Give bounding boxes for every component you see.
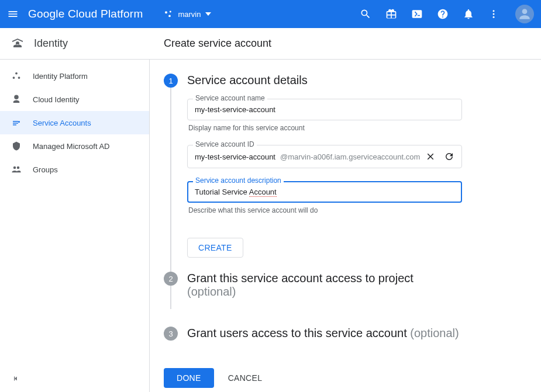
help-icon <box>437 8 449 20</box>
project-name: marvin <box>178 10 201 19</box>
header-left: Google Cloud Platform marvin <box>7 8 211 20</box>
id-suffix: @marvin-a006f.iam.gserviceaccount.com <box>280 152 420 161</box>
id-value: my-test-service-account <box>195 152 275 161</box>
chevron-left-icon <box>12 374 20 383</box>
cloud-identity-icon <box>11 93 22 105</box>
clear-id-button[interactable] <box>425 151 436 162</box>
step-3-title-text: Grant users access to this service accou… <box>187 327 410 339</box>
field-helper: Display name for this service account <box>188 124 462 132</box>
done-button[interactable]: DONE <box>164 368 214 388</box>
main-content: 1 Service account details Service accoun… <box>150 60 541 392</box>
sidebar: Identity Platform Cloud Identity Service… <box>0 60 150 392</box>
field-helper: Describe what this service account will … <box>188 206 462 214</box>
product-title: Identity <box>34 37 68 50</box>
svg-point-5 <box>493 16 495 18</box>
account-avatar[interactable] <box>515 5 534 23</box>
step-2-title: Grant this service account access to pro… <box>187 272 527 299</box>
search-icon <box>360 8 371 20</box>
sidebar-item-cloud-identity[interactable]: Cloud Identity <box>0 88 149 111</box>
step-3-number: 3 <box>164 327 178 341</box>
sidebar-item-service-accounts[interactable]: Service Accounts <box>0 111 149 134</box>
product-header: Identity <box>0 37 150 51</box>
svg-point-3 <box>493 10 495 12</box>
close-icon <box>425 151 436 162</box>
svg-point-9 <box>18 77 20 79</box>
step-1: 1 Service account details Service accoun… <box>164 74 527 262</box>
step-2-title-text: Grant this service account access to pro… <box>187 272 413 285</box>
nav-menu-button[interactable] <box>7 8 19 20</box>
service-accounts-icon <box>11 117 22 129</box>
sidebar-item-label: Service Accounts <box>33 119 91 127</box>
step-3-title: Grant users access to this service accou… <box>187 327 527 340</box>
refresh-icon <box>444 151 454 162</box>
top-header: Google Cloud Platform marvin <box>0 0 541 28</box>
svg-point-4 <box>493 13 495 15</box>
more-vert-icon <box>488 9 499 19</box>
step-3: 3 Grant users access to this service acc… <box>164 327 527 356</box>
project-picker[interactable]: marvin <box>164 9 211 19</box>
identity-platform-icon <box>11 70 22 82</box>
collapse-sidebar-button[interactable] <box>0 367 149 392</box>
svg-point-1 <box>170 11 171 13</box>
step-2-optional: (optional) <box>187 285 236 298</box>
svg-point-10 <box>13 166 16 169</box>
field-label: Service account ID <box>193 140 257 148</box>
step-2-number: 2 <box>164 272 178 286</box>
desc-value-prefix: Tutorial Service <box>195 188 249 196</box>
header-right <box>360 5 534 23</box>
sidebar-item-label: Managed Microsoft AD <box>33 142 110 151</box>
cloud-shell-icon <box>411 8 423 20</box>
step-2: 2 Grant this service account access to p… <box>164 272 527 315</box>
service-account-description-field: Service account description Tutorial Ser… <box>187 181 462 214</box>
project-icon <box>164 9 173 19</box>
groups-icon <box>11 164 22 175</box>
help-button[interactable] <box>437 8 449 20</box>
step-3-optional: (optional) <box>410 327 459 339</box>
page-title: Create service account <box>150 37 271 50</box>
sidebar-item-identity-platform[interactable]: Identity Platform <box>0 64 149 88</box>
service-account-id-input[interactable]: my-test-service-account @marvin-a006f.ia… <box>187 145 462 168</box>
free-trial-button[interactable] <box>385 8 397 20</box>
step-1-title: Service account details <box>187 74 527 87</box>
create-button[interactable]: CREATE <box>187 238 243 258</box>
svg-point-11 <box>17 166 20 169</box>
svg-point-2 <box>169 15 171 17</box>
sidebar-item-label: Groups <box>33 165 58 174</box>
notifications-button[interactable] <box>463 8 474 20</box>
gift-icon <box>385 8 397 20</box>
cloud-shell-button[interactable] <box>411 8 423 20</box>
refresh-id-button[interactable] <box>444 151 454 162</box>
avatar-icon <box>517 6 532 22</box>
sidebar-item-managed-ad[interactable]: Managed Microsoft AD <box>0 134 149 158</box>
sidebar-item-label: Identity Platform <box>33 72 88 81</box>
search-button[interactable] <box>360 8 371 20</box>
platform-name: Google Cloud Platform <box>28 8 143 20</box>
field-label: Service account description <box>193 176 284 185</box>
bottom-actions: DONE CANCEL <box>164 368 527 388</box>
svg-point-8 <box>13 77 15 79</box>
page-header-row: Identity Create service account <box>0 28 541 60</box>
service-account-id-field: Service account ID my-test-service-accou… <box>187 145 462 168</box>
field-label: Service account name <box>193 94 267 102</box>
step-1-number: 1 <box>164 74 178 88</box>
service-account-name-field: Service account name Display name for th… <box>187 99 462 132</box>
identity-product-icon <box>11 37 25 51</box>
cancel-button[interactable]: CANCEL <box>228 373 263 383</box>
bell-icon <box>463 8 474 20</box>
sidebar-item-label: Cloud Identity <box>33 95 80 104</box>
dropdown-caret-icon <box>205 12 211 16</box>
svg-point-0 <box>165 11 167 13</box>
sidebar-item-groups[interactable]: Groups <box>0 158 149 181</box>
more-button[interactable] <box>488 9 499 19</box>
svg-point-6 <box>522 9 528 14</box>
svg-point-7 <box>15 72 18 75</box>
desc-value-error: Account <box>249 188 277 197</box>
microsoft-ad-icon <box>11 140 22 152</box>
